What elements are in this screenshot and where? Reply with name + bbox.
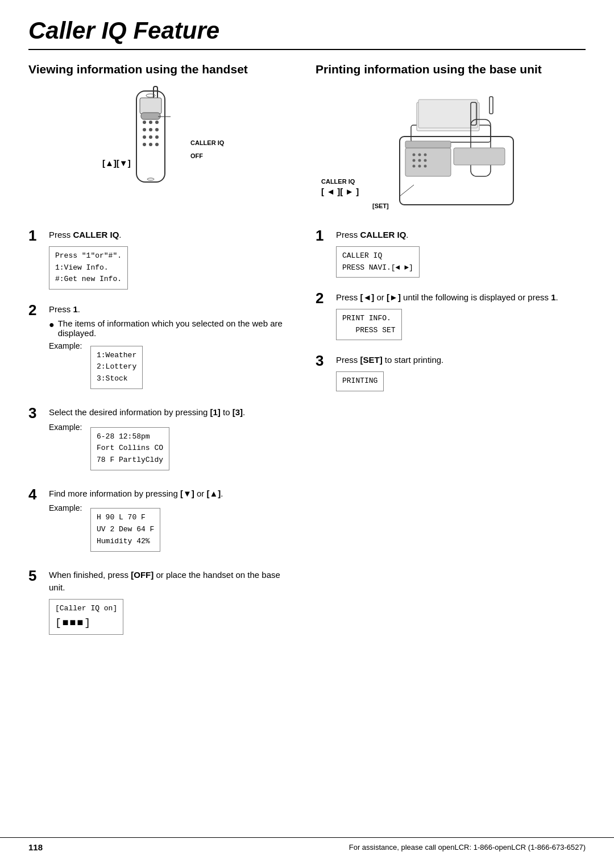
baseunit-arrows-label: [ ◄ ][ ► ]: [321, 187, 359, 196]
right-step-3-num: 3: [316, 353, 331, 369]
step-5-bold1: [OFF]: [131, 570, 154, 580]
step-1-left: 1 Press CALLER IQ. Press "1"or"#". 1:Vie…: [28, 228, 298, 294]
svg-rect-22: [418, 100, 478, 128]
baseunit-caller-iq-label: CALLER IQ: [321, 178, 355, 185]
caller-iq-blocks: [■■■]: [55, 615, 117, 631]
step-5-num: 5: [28, 568, 44, 584]
left-column: Viewing information using the handset: [28, 61, 298, 647]
right-column: Printing information using the base unit: [316, 61, 586, 647]
step-2-content: Press 1. ● The items of information whic…: [49, 302, 298, 397]
svg-point-4: [143, 121, 146, 124]
right-step-2-display: PRINT INFO. PRESS SET: [336, 309, 402, 341]
right-step-1-punct: .: [406, 230, 408, 239]
svg-point-15: [155, 143, 159, 146]
svg-point-8: [149, 128, 152, 131]
example-label-3: Example:: [49, 423, 86, 432]
handset-image-area: [▲][▼] CALLER IQ OFF: [28, 85, 298, 216]
right-step-3-display: PRINTING: [336, 371, 384, 391]
right-step-2-text-mid: or: [374, 292, 387, 302]
step-5-left: 5 When finished, press [OFF] or place th…: [28, 568, 298, 640]
svg-point-17: [147, 178, 154, 180]
handset-caller-iq-label: CALLER IQ: [190, 139, 224, 146]
right-step-3-text-pre: Press: [336, 355, 360, 365]
svg-point-34: [424, 165, 426, 168]
svg-point-31: [424, 159, 426, 162]
step-3-right: 3 Press [SET] to start printing. PRINTIN…: [316, 353, 586, 395]
step-5-text-pre: When finished, press: [49, 570, 131, 580]
svg-point-29: [412, 159, 415, 162]
right-step-3-text-end: to start printing.: [383, 355, 444, 365]
step-2-text: Press: [49, 304, 73, 314]
example-label-2: Example:: [49, 341, 86, 350]
right-step-2-num: 2: [316, 290, 331, 307]
step-1-num: 1: [28, 228, 44, 244]
right-step-2-bold3: 1: [551, 292, 555, 302]
step-4-bold1: [▼]: [180, 489, 194, 498]
svg-point-14: [149, 143, 152, 146]
right-step-1-bold: CALLER IQ: [360, 230, 406, 239]
svg-point-33: [418, 165, 421, 168]
footer-help-text: For assistance, please call openLCR: 1-8…: [349, 843, 586, 852]
step-2-right: 2 Press [◄] or [►] until the following i…: [316, 290, 586, 345]
right-step-2-content: Press [◄] or [►] until the following is …: [336, 290, 586, 345]
caller-iq-on-line1: [Caller IQ on]: [55, 603, 117, 615]
baseunit-set-label: [SET]: [372, 202, 389, 209]
step-2-bullet: ● The items of information which you sel…: [49, 319, 298, 338]
svg-point-12: [155, 135, 159, 139]
page-number: 118: [28, 842, 43, 852]
handset-arrow-label: [▲][▼]: [102, 158, 131, 168]
right-step-1-num: 1: [316, 228, 331, 244]
page-title: Caller IQ Feature: [28, 17, 586, 50]
step-4-display: H 90 L 70 F UV 2 Dew 64 F Humidity 42%: [90, 508, 160, 551]
step-1-bold: CALLER IQ: [73, 230, 119, 239]
right-step-3-content: Press [SET] to start printing. PRINTING: [336, 353, 586, 395]
step-4-content: Find more information by pressing [▼] or…: [49, 486, 298, 560]
svg-point-13: [143, 143, 146, 146]
svg-point-10: [143, 135, 146, 139]
svg-rect-25: [405, 148, 451, 176]
svg-point-7: [143, 128, 146, 131]
handset-off-label: OFF: [190, 152, 203, 159]
step-4-text-pre: Find more information by pressing: [49, 489, 180, 498]
right-step-2-bold2: [►]: [387, 292, 401, 302]
svg-point-6: [155, 121, 159, 124]
right-step-3-bold1: [SET]: [360, 355, 383, 365]
svg-line-37: [400, 185, 414, 196]
step-3-text-pre: Select the desired information by pressi…: [49, 407, 210, 417]
right-step-2-bold1: [◄]: [360, 292, 375, 302]
step-4-num: 4: [28, 486, 44, 503]
page-footer: 118 For assistance, please call openLCR:…: [0, 837, 614, 857]
step-1-right: 1 Press CALLER IQ. CALLER IQ PRESS NAVI.…: [316, 228, 586, 282]
step-3-content: Select the desired information by pressi…: [49, 405, 298, 478]
step-3-bold1: [1]: [210, 407, 220, 417]
right-heading: Printing information using the base unit: [316, 61, 586, 77]
svg-rect-36: [454, 148, 505, 165]
step-2-num: 2: [28, 302, 44, 319]
handset-svg: [119, 85, 182, 205]
svg-point-32: [412, 165, 415, 168]
step-1-text: Press: [49, 230, 73, 239]
baseunit-svg: [366, 91, 536, 216]
step-3-bold2: [3]: [233, 407, 243, 417]
right-step-2-text-end: until the following is displayed or pres…: [401, 292, 551, 302]
step-3-left: 3 Select the desired information by pres…: [28, 405, 298, 478]
step-4-text-mid: or: [194, 489, 207, 498]
step-2-bullet-text: The items of information which you selec…: [58, 319, 298, 338]
step-1-punct: .: [119, 230, 121, 239]
step-4-punct: .: [221, 489, 223, 498]
step-5-content: When finished, press [OFF] or place the …: [49, 568, 298, 640]
right-step-2-punct: .: [556, 292, 558, 302]
step-3-punct: .: [243, 407, 245, 417]
right-step-1-content: Press CALLER IQ. CALLER IQ PRESS NAVI.[◄…: [336, 228, 586, 282]
svg-rect-16: [141, 113, 160, 119]
right-step-2-text-pre: Press: [336, 292, 360, 302]
step-1-content: Press CALLER IQ. Press "1"or"#". 1:View …: [49, 228, 298, 294]
step-3-display: 6-28 12:58pm Fort Collins CO 78 F Partly…: [90, 427, 169, 470]
step-2-bold: 1: [73, 304, 78, 314]
svg-point-26: [412, 154, 415, 156]
right-step-1-text: Press: [336, 230, 360, 239]
step-3-text-mid: to: [221, 407, 233, 417]
svg-rect-35: [405, 141, 451, 148]
step-4-bold2: [▲]: [206, 489, 221, 498]
step-2-example: Example: 1:Weather 2:Lottery 3:Stock: [49, 341, 298, 394]
